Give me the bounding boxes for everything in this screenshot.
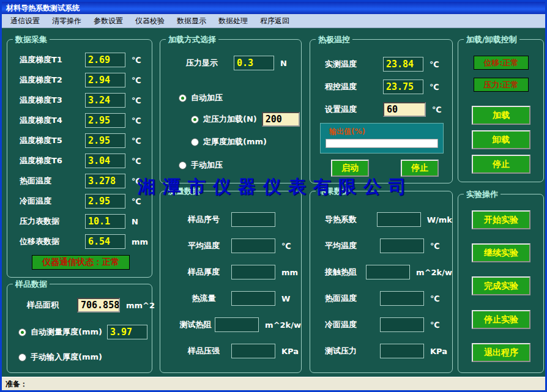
set-temp-unit: ℃ — [432, 105, 442, 114]
stop-experiment-button[interactable]: 停止实验 — [472, 310, 530, 329]
t2-value-field: 2.94 — [85, 73, 125, 87]
panel-experiment-title: 实验操作 — [464, 189, 500, 200]
unload-button[interactable]: 卸载 — [472, 130, 530, 149]
sample-area-unit: mm^2 — [126, 301, 155, 310]
heat-flow-field — [231, 291, 275, 306]
field-label: 热面温度 — [325, 293, 380, 304]
field-label: 导热系数 — [325, 214, 377, 225]
status-bar: 准备： — [2, 377, 545, 390]
program-temp-unit: ℃ — [430, 83, 439, 92]
title-bar: 材料导热系数测试系统 — [2, 2, 545, 14]
const-pressure-radio[interactable] — [191, 116, 199, 124]
result-row-conductivity: 导热系数 W/mk — [325, 212, 452, 227]
cold-face-value-field: 2.95 — [85, 194, 125, 209]
sample-area-row: 样品面积 706.858 mm^2 — [27, 298, 155, 312]
stop-heating-button[interactable]: 停止 — [401, 160, 439, 177]
t3-value-field: 3.24 — [85, 93, 125, 108]
const-pressure-input[interactable]: 200 — [262, 112, 300, 127]
menu-comm-settings[interactable]: 通信设置 — [4, 14, 46, 28]
const-pressure-label: 定压力加载(N) — [203, 114, 257, 125]
auto-pressurize-option[interactable]: 自动加压 — [179, 92, 223, 103]
pressure-display-unit: N — [280, 59, 287, 68]
result-cold-face-field — [380, 317, 424, 332]
panel-load-control-title: 加载/卸载控制 — [464, 34, 519, 45]
output-percent-panel: 输出值(%) — [320, 123, 444, 153]
manual-pressurize-option[interactable]: 手动加压 — [179, 160, 223, 171]
manual-pressurize-label: 手动加压 — [191, 160, 223, 171]
auto-pressurize-radio[interactable] — [179, 94, 187, 102]
pressure-display-label: 压力显示 — [186, 57, 234, 68]
start-heating-button[interactable]: 启动 — [331, 160, 369, 177]
load-button[interactable]: 加载 — [472, 106, 530, 125]
field-label: 热面温度 — [20, 176, 85, 187]
measure-row-avg-temp: 平均温度 ℃ — [176, 239, 301, 253]
menu-zero-operation[interactable]: 清零操作 — [46, 14, 87, 28]
app-window: 材料导热系数测试系统 通信设置 清零操作 参数设置 仪器校验 数据显示 数据处理… — [0, 0, 547, 392]
auto-thickness-option[interactable]: 自动测量厚度(mm) 3.97 — [18, 325, 147, 339]
const-thickness-option[interactable]: 定厚度加载(mm) — [191, 136, 267, 147]
menu-instrument-cal[interactable]: 仪器校验 — [129, 14, 171, 28]
start-experiment-button[interactable]: 开始实验 — [472, 210, 530, 229]
finish-experiment-button[interactable]: 完成实验 — [472, 276, 530, 295]
continue-experiment-button[interactable]: 继续实验 — [472, 243, 530, 262]
stop-load-button[interactable]: 停止 — [472, 155, 530, 174]
field-label: 平均温度 — [325, 240, 380, 251]
sample-area-input[interactable]: 706.858 — [77, 298, 120, 312]
client-area: 湘潭市仪器仪表有限公司 数据采集 温度梯度T1 2.69 ℃ 温度梯度T2 2.… — [2, 28, 545, 377]
result-row-contact-resistance: 接触热阻 m^2k/w — [325, 265, 452, 279]
panel-data-collection: 数据采集 温度梯度T1 2.69 ℃ 温度梯度T2 2.94 ℃ 温度梯度T3 … — [7, 39, 152, 278]
t1-value-field: 2.69 — [85, 53, 125, 67]
field-label: 样品厚度 — [176, 267, 231, 278]
pressure-display-field: 0.3 — [234, 56, 274, 70]
panel-loading-mode: 加载方式选择 压力显示 0.3 N 自动加压 定压力加载(N) 200 定厚度加… — [160, 39, 302, 183]
const-thickness-label: 定厚度加载(mm) — [203, 136, 267, 147]
panel-load-control: 加载/卸载控制 位移:正常 压力:正常 加载 卸载 停止 — [458, 39, 544, 182]
menu-data-display[interactable]: 数据显示 — [171, 14, 212, 28]
field-unit: KPa — [281, 347, 299, 356]
measured-temp-label: 实测温度 — [325, 59, 383, 70]
manual-thickness-option[interactable]: 手动输入厚度(mm) — [18, 352, 102, 363]
field-label: 温度梯度T3 — [20, 95, 85, 106]
data-row-displacement-gauge: 位移表数据 6.54 mm — [20, 234, 152, 249]
auto-pressurize-label: 自动加压 — [191, 92, 223, 103]
panel-loading-mode-title: 加载方式选择 — [166, 34, 218, 45]
field-label: 测试压力 — [325, 346, 380, 357]
sample-no-field — [231, 212, 275, 227]
manual-thickness-radio[interactable] — [18, 353, 26, 361]
sample-area-label: 样品面积 — [27, 300, 77, 311]
measured-temp-field: 23.84 — [383, 57, 423, 72]
menu-data-processing[interactable]: 数据处理 — [212, 14, 254, 28]
program-temp-label: 程控温度 — [325, 81, 383, 92]
menu-param-settings[interactable]: 参数设置 — [87, 14, 129, 28]
measured-temp-row: 实测温度 23.84 ℃ — [325, 57, 439, 72]
field-unit: W — [281, 294, 290, 303]
field-unit: ℃ — [132, 136, 141, 146]
field-unit: ℃ — [281, 242, 291, 251]
field-label: 温度梯度T2 — [20, 75, 85, 86]
menu-program-return[interactable]: 程序返回 — [254, 14, 296, 28]
measure-row-sample-pressure: 样品压强 KPa — [176, 344, 301, 358]
field-label: 压力表数据 — [20, 216, 85, 227]
data-row-t3: 温度梯度T3 3.24 ℃ — [20, 93, 152, 108]
result-row-test-pressure: 测试压力 KPa — [325, 344, 452, 358]
field-label: 位移表数据 — [20, 236, 85, 247]
auto-thickness-radio[interactable] — [18, 328, 26, 336]
displacement-gauge-value-field: 6.54 — [85, 234, 125, 249]
exit-program-button[interactable]: 退出程序 — [472, 343, 530, 362]
sample-pressure-field — [231, 344, 275, 358]
const-thickness-radio[interactable] — [191, 138, 199, 146]
manual-pressurize-radio[interactable] — [179, 161, 187, 169]
field-label: 冷面温度 — [325, 319, 380, 330]
measured-temp-unit: ℃ — [430, 60, 439, 69]
pressure-status-badge: 压力:正常 — [474, 78, 529, 92]
set-temp-input[interactable]: 60 — [383, 102, 426, 117]
manual-thickness-label: 手动输入厚度(mm) — [31, 352, 102, 363]
field-unit: ℃ — [430, 320, 440, 330]
field-unit: W/mk — [427, 215, 452, 224]
data-row-hot-face: 热面温度 3.278 ℃ — [20, 174, 152, 188]
test-resistance-field — [215, 317, 259, 332]
const-pressure-option[interactable]: 定压力加载(N) 200 — [191, 112, 300, 127]
data-row-t5: 温度梯度T5 2.95 ℃ — [20, 133, 152, 148]
panel-data-collection-title: 数据采集 — [13, 34, 50, 45]
field-label: 温度梯度T4 — [20, 115, 85, 126]
